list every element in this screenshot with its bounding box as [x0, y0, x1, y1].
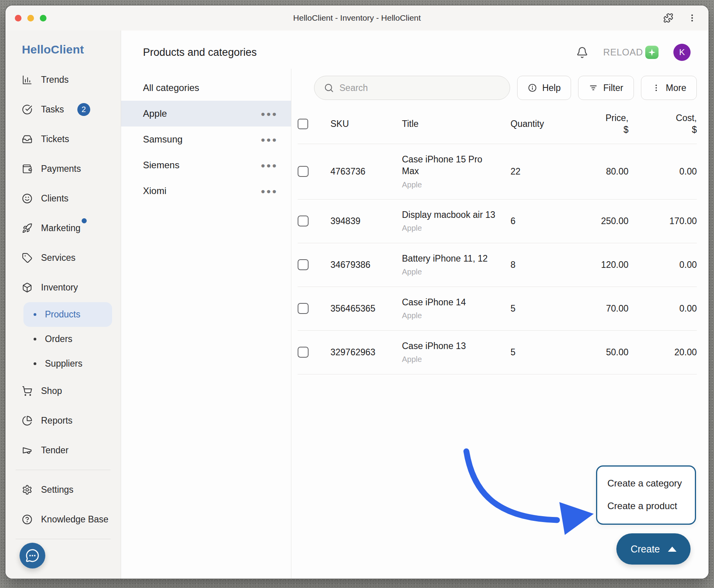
- row-checkbox[interactable]: [298, 303, 309, 314]
- traffic-lights: [5, 15, 46, 21]
- sidebar-item-payments[interactable]: Payments: [5, 154, 121, 184]
- product-category: Apple: [402, 267, 500, 277]
- cart-icon: [22, 386, 32, 396]
- product-title: Display macbook air 13: [402, 209, 500, 221]
- app-window: HelloClient - Inventory - HelloClient He…: [5, 5, 709, 579]
- table-row[interactable]: 329762963 Case iPhone 13Apple 5 50.00 20…: [298, 331, 697, 374]
- sidebar-item-shop[interactable]: Shop: [5, 376, 121, 406]
- sidebar-item-tender[interactable]: Tender: [5, 435, 121, 465]
- sidebar-item-trends[interactable]: Trends: [5, 65, 121, 94]
- products-table: SKU Title Quantity Price,$ Cost,$ 476373…: [298, 109, 697, 374]
- product-category: Apple: [402, 354, 500, 364]
- sidebar-item-tasks[interactable]: Tasks 2: [5, 94, 121, 124]
- gear-icon: [22, 485, 32, 495]
- close-window-button[interactable]: [15, 15, 21, 21]
- category-all[interactable]: All categories: [121, 75, 291, 101]
- page-title: Products and categories: [143, 46, 257, 59]
- window-title: HelloClient - Inventory - HelloClient: [5, 13, 709, 23]
- chat-support-button[interactable]: [20, 543, 45, 568]
- table-row[interactable]: 34679386 Battery iPhone 11, 12Apple 8 12…: [298, 243, 697, 287]
- user-avatar[interactable]: K: [673, 44, 691, 61]
- category-samsung[interactable]: Samsung ●●●: [121, 127, 291, 152]
- row-checkbox[interactable]: [298, 347, 309, 358]
- tasks-count-badge: 2: [77, 103, 90, 116]
- question-circle-icon: [22, 514, 32, 525]
- sidebar: HelloClient Trends Tasks 2 Tickets P: [5, 30, 121, 579]
- sparkle-badge-icon: [645, 46, 659, 59]
- more-button[interactable]: More: [641, 76, 697, 100]
- category-apple[interactable]: Apple ●●●: [121, 101, 291, 127]
- browser-menu-icon[interactable]: [687, 13, 697, 23]
- bar-chart-icon: [22, 75, 32, 85]
- category-siemens[interactable]: Siemens ●●●: [121, 152, 291, 178]
- minimize-window-button[interactable]: [27, 15, 34, 21]
- product-title: Case iPhone 14: [402, 296, 500, 308]
- product-title: Battery iPhone 11, 12: [402, 253, 500, 264]
- marketing-notification-dot: [82, 218, 87, 223]
- tag-icon: [22, 253, 32, 263]
- sidebar-item-clients[interactable]: Clients: [5, 184, 121, 213]
- sidebar-item-inventory[interactable]: Inventory: [5, 273, 121, 302]
- row-checkbox[interactable]: [298, 259, 309, 270]
- bullet-icon: [34, 313, 36, 316]
- create-button[interactable]: Create: [616, 533, 691, 565]
- sidebar-item-knowledge-base[interactable]: Knowledge Base: [5, 504, 121, 534]
- notifications-bell-icon[interactable]: [576, 46, 588, 59]
- row-checkbox[interactable]: [298, 166, 309, 177]
- cube-icon: [22, 282, 32, 293]
- filter-button[interactable]: Filter: [578, 76, 634, 100]
- sidebar-item-orders[interactable]: Orders: [23, 327, 112, 351]
- sidebar-divider: [16, 470, 111, 470]
- category-menu-icon[interactable]: ●●●: [261, 136, 278, 143]
- sidebar-item-tickets[interactable]: Tickets: [5, 124, 121, 154]
- sidebar-divider: [16, 539, 111, 539]
- category-menu-icon[interactable]: ●●●: [261, 187, 278, 195]
- bullet-icon: [34, 362, 36, 365]
- chevron-up-icon: [668, 547, 677, 552]
- column-header-quantity: Quantity: [511, 119, 569, 129]
- app-logo: HelloClient: [5, 43, 121, 56]
- bullet-icon: [34, 338, 36, 340]
- title-bar: HelloClient - Inventory - HelloClient: [5, 5, 709, 30]
- table-row[interactable]: 356465365 Case iPhone 14Apple 5 70.00 0.…: [298, 287, 697, 331]
- wallet-icon: [22, 164, 32, 174]
- help-button[interactable]: Help: [517, 76, 571, 100]
- search-icon: [324, 83, 334, 93]
- menu-item-create-product[interactable]: Create a product: [597, 495, 695, 517]
- product-category: Apple: [402, 180, 500, 190]
- search-input[interactable]: [339, 83, 500, 93]
- filter-icon: [589, 83, 598, 93]
- pie-chart-icon: [22, 415, 32, 426]
- select-all-checkbox[interactable]: [298, 119, 308, 129]
- inbox-icon: [22, 134, 32, 144]
- sidebar-item-suppliers[interactable]: Suppliers: [23, 351, 112, 376]
- table-header-row: SKU Title Quantity Price,$ Cost,$: [298, 109, 697, 144]
- category-xiomi[interactable]: Xiomi ●●●: [121, 178, 291, 204]
- product-category: Apple: [402, 223, 500, 233]
- column-header-sku: SKU: [330, 119, 402, 129]
- check-circle-icon: [22, 104, 32, 115]
- sidebar-item-marketing[interactable]: Marketing: [5, 213, 121, 243]
- maximize-window-button[interactable]: [40, 15, 46, 21]
- table-row[interactable]: 394839 Display macbook air 13Apple 6 250…: [298, 200, 697, 243]
- category-menu-icon[interactable]: ●●●: [261, 162, 278, 169]
- reload-button[interactable]: RELOAD: [603, 46, 659, 59]
- column-header-cost: Cost,$: [628, 112, 697, 136]
- category-menu-icon[interactable]: ●●●: [261, 110, 278, 118]
- sidebar-item-services[interactable]: Services: [5, 243, 121, 273]
- product-title: Case iPhone 15 Pro Max: [402, 153, 500, 177]
- table-row[interactable]: 4763736 Case iPhone 15 Pro MaxApple 22 8…: [298, 144, 697, 200]
- menu-item-create-category[interactable]: Create a category: [597, 472, 695, 495]
- categories-panel: All categories Apple ●●● Samsung ●●● Sie…: [121, 69, 291, 579]
- sidebar-item-reports[interactable]: Reports: [5, 406, 121, 435]
- sidebar-item-products[interactable]: Products: [23, 302, 112, 327]
- extensions-puzzle-icon[interactable]: [663, 13, 673, 23]
- row-checkbox[interactable]: [298, 216, 309, 226]
- chat-bubble-icon: [25, 549, 39, 563]
- search-input-container: [314, 76, 510, 100]
- sidebar-item-settings[interactable]: Settings: [5, 475, 121, 504]
- kebab-vertical-icon: [652, 83, 661, 93]
- column-header-title: Title: [402, 119, 511, 129]
- column-header-price: Price,$: [569, 112, 628, 136]
- create-menu-popup: Create a category Create a product: [596, 465, 696, 525]
